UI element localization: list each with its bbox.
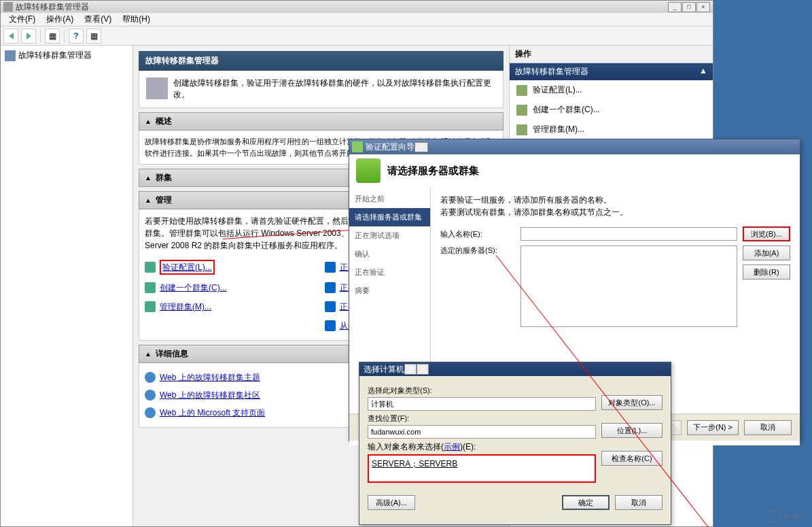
wizard-nav-before[interactable]: 开始之前 <box>349 190 430 208</box>
select-computer-dialog: 选择计算机 ? × 选择此对象类型(S): 计算机 对象类型(O)... 查找位… <box>359 362 671 525</box>
validate-icon <box>516 85 527 96</box>
intro-text: 创建故障转移群集，验证用于潜在故障转移群集的硬件，以及对故障转移群集执行配置更改… <box>173 78 496 101</box>
select-computer-help-button[interactable]: ? <box>404 364 417 375</box>
location-label: 查找位置(F): <box>368 413 596 424</box>
remove-button[interactable]: 删除(R) <box>743 265 790 279</box>
help-icon-4 <box>325 320 336 331</box>
select-computer-cancel-button[interactable]: 取消 <box>615 495 663 510</box>
create-icon <box>516 105 527 116</box>
help-button[interactable]: ? <box>69 29 84 44</box>
selected-servers-list[interactable] <box>520 245 737 327</box>
manage-cluster-link[interactable]: 管理群集(M)... <box>160 301 211 313</box>
globe-icon <box>145 372 156 383</box>
action-manage-cluster[interactable]: 管理群集(M)... <box>510 120 713 139</box>
validate-config-link[interactable]: 验证配置(L)... <box>160 260 215 275</box>
menubar: 文件(F) 操作(A) 查看(V) 帮助(H) <box>1 13 713 27</box>
wizard-instruction-2: 若要测试现有群集，请添加群集名称或其节点之一。 <box>440 206 790 218</box>
next-button[interactable]: 下一步(N) > <box>687 420 739 435</box>
manage-cluster-icon <box>145 301 156 312</box>
nav-back-button[interactable] <box>3 29 18 44</box>
globe-icon <box>145 390 156 401</box>
overview-section-header[interactable]: ▲概述 <box>139 112 504 131</box>
toolbar-btn-2[interactable]: ▦ <box>86 29 101 44</box>
menu-help[interactable]: 帮助(H) <box>117 12 156 27</box>
cluster-icon <box>146 78 168 99</box>
select-computer-close-button[interactable]: × <box>417 364 429 375</box>
nav-forward-button[interactable] <box>21 29 36 44</box>
action-validate-config[interactable]: 验证配置(L)... <box>510 80 713 100</box>
wizard-nav-validating[interactable]: 正在验证 <box>349 263 430 282</box>
minimize-button[interactable]: _ <box>668 2 682 12</box>
wizard-nav-test-options[interactable]: 正在测试选项 <box>349 226 430 245</box>
ok-button[interactable]: 确定 <box>562 495 610 510</box>
content-header: 故障转移群集管理器 <box>139 51 504 71</box>
tree-root-label: 故障转移群集管理器 <box>18 50 92 61</box>
watermark-logo-icon <box>763 511 781 523</box>
menu-file[interactable]: 文件(F) <box>3 12 41 27</box>
object-type-label: 选择此对象类型(S): <box>368 386 596 396</box>
wizard-nav-confirm[interactable]: 确认 <box>349 245 430 263</box>
browse-button[interactable]: 浏览(B)... <box>743 226 790 241</box>
validate-icon <box>145 262 156 273</box>
toolbar: ▦ ? ▦ <box>1 27 713 46</box>
wizard-nav-summary[interactable]: 摘要 <box>349 282 430 300</box>
window-title: 故障转移群集管理器 <box>16 1 89 13</box>
menu-action[interactable]: 操作(A) <box>41 12 79 27</box>
wizard-title-text: 验证配置向导 <box>366 141 414 153</box>
close-button[interactable]: × <box>696 2 710 12</box>
wizard-close-button[interactable]: × <box>414 142 428 152</box>
create-cluster-icon <box>145 282 156 293</box>
advanced-button[interactable]: 高级(A)... <box>368 495 415 510</box>
select-computer-titlebar: 选择计算机 ? × <box>359 362 671 376</box>
names-label: 输入对象名称来选择(示例)(E): <box>368 441 596 453</box>
help-icon-2 <box>325 282 336 293</box>
wizard-icon <box>352 141 363 152</box>
maximize-button[interactable]: □ <box>682 2 696 12</box>
check-names-button[interactable]: 检查名称(C) <box>601 451 663 466</box>
actions-header: 操作 <box>510 46 713 63</box>
tree-pane: 故障转移群集管理器 <box>1 46 133 526</box>
toolbar-btn-1[interactable]: ▦ <box>45 29 60 44</box>
menu-view[interactable]: 查看(V) <box>79 12 117 27</box>
cluster-manager-icon <box>5 50 16 61</box>
wizard-instruction-1: 若要验证一组服务，请添加所有服务器的名称。 <box>440 194 790 206</box>
select-computer-title: 选择计算机 <box>364 364 404 375</box>
wizard-titlebar: 验证配置向导 × <box>349 139 800 154</box>
action-create-cluster[interactable]: 创建一个群集(C)... <box>510 100 713 120</box>
wizard-page-title: 请选择服务器或群集 <box>387 165 479 177</box>
manage-icon <box>516 124 527 135</box>
example-link[interactable]: 示例 <box>444 442 460 452</box>
help-icon <box>325 262 336 273</box>
actions-section-title[interactable]: 故障转移群集管理器▲ <box>510 63 713 80</box>
location-value: fudanwuxi.com <box>368 425 596 439</box>
create-cluster-link[interactable]: 创建一个群集(C)... <box>160 282 227 294</box>
wizard-page-icon <box>356 158 381 183</box>
add-button[interactable]: 添加(A) <box>743 245 790 260</box>
input-name-label: 输入名称(E): <box>440 229 515 239</box>
object-type-value: 计算机 <box>368 397 596 411</box>
selected-servers-label: 选定的服务器(S): <box>440 245 515 256</box>
server-name-input[interactable] <box>520 227 737 241</box>
titlebar: 故障转移群集管理器 _ □ × <box>1 1 713 13</box>
globe-icon <box>145 407 156 418</box>
web-cluster-topic-link[interactable]: Web 上的故障转移群集主题 <box>160 371 260 384</box>
tree-root-item[interactable]: 故障转移群集管理器 <box>3 48 130 63</box>
object-names-input[interactable]: SERVERA；SERVERB <box>368 454 596 483</box>
wizard-cancel-button[interactable]: 取消 <box>744 420 792 435</box>
web-ms-support-link[interactable]: Web 上的 Microsoft 支持页面 <box>160 407 265 419</box>
help-icon-3 <box>325 301 336 312</box>
watermark: 亿速云 <box>763 511 808 523</box>
app-icon <box>3 2 13 12</box>
web-cluster-community-link[interactable]: Web 上的故障转移群集社区 <box>160 389 260 401</box>
wizard-nav-select-server[interactable]: 请选择服务器或群集 <box>349 208 430 226</box>
